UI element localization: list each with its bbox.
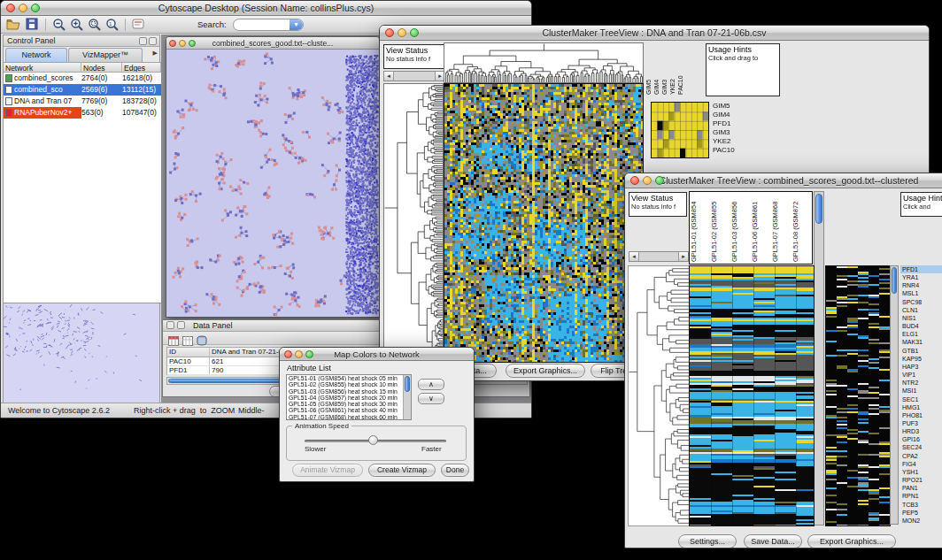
dna-heatmap[interactable]	[444, 83, 644, 363]
array-label[interactable]: PAC10	[677, 43, 685, 95]
gene-label[interactable]: PEP5	[900, 509, 942, 517]
network-overview-panel[interactable]	[4, 303, 161, 403]
gene-label[interactable]: HAP3	[900, 363, 942, 371]
gene-label[interactable]: GIM4	[713, 111, 757, 119]
gene-label[interactable]: BUD4	[900, 322, 942, 330]
scroll-right-icon[interactable]: ▸	[678, 252, 688, 261]
dna-selection-heatmap[interactable]	[651, 102, 709, 158]
zoom-selected-icon[interactable]	[88, 18, 102, 35]
settings-button[interactable]: Settings...	[678, 534, 737, 548]
dna-titlebar[interactable]: ClusterMaker TreeView : DNA and Tran 07-…	[380, 26, 929, 41]
network-table-row[interactable]: DNA and Tran 07 7769(0) 183728(0)	[4, 96, 161, 107]
maximize-icon[interactable]	[305, 350, 313, 358]
close-icon[interactable]	[169, 40, 176, 47]
tab-overflow-icon[interactable]: ▶	[153, 50, 158, 57]
gene-label[interactable]: CPA2	[900, 452, 942, 460]
array-label[interactable]: GPL51-01 (GSM854	[690, 192, 710, 264]
gene-label[interactable]: GTB1	[900, 347, 942, 355]
dialog-titlebar[interactable]: Map Colors to Network	[280, 348, 474, 361]
gene-label[interactable]: TCB3	[900, 501, 942, 509]
gene-label[interactable]: YRA1	[900, 273, 942, 281]
dna-tree-hscrollbar[interactable]: ◂ ▸	[383, 71, 445, 81]
close-panel-icon[interactable]	[177, 321, 185, 329]
gene-label[interactable]: PUF3	[900, 419, 942, 427]
zoom-out-icon[interactable]	[52, 18, 66, 35]
close-icon[interactable]	[6, 4, 15, 12]
gene-label[interactable]: VIP1	[900, 371, 942, 379]
minimize-icon[interactable]	[295, 350, 303, 358]
maximize-icon[interactable]	[410, 28, 419, 37]
attribute-list-item[interactable]: GPL51-07 (GSM868) heat shock 60 min	[287, 414, 403, 420]
array-label[interactable]: GPL51-02 (GSM855	[710, 192, 730, 264]
network-table-row[interactable]: combined_sco 2569(6) 13112(15)	[4, 84, 161, 96]
move-down-button[interactable]: ∨	[418, 393, 444, 404]
minimize-icon[interactable]	[643, 176, 652, 185]
network-view-canvas[interactable]	[166, 50, 379, 317]
close-icon[interactable]	[630, 176, 639, 185]
search-input[interactable]: ▾	[233, 19, 304, 31]
scroll-left-icon[interactable]: ◂	[384, 72, 394, 81]
column-nodes[interactable]: Nodes	[81, 63, 122, 72]
gene-label[interactable]: SPC98	[900, 298, 942, 306]
array-label[interactable]: GIM5	[645, 43, 653, 95]
network-overview-canvas[interactable]	[4, 303, 159, 403]
gene-label[interactable]: YSH1	[900, 468, 942, 476]
animate-vizmap-button[interactable]: Animate Vizmap	[292, 464, 363, 477]
search-dropdown-icon[interactable]: ▾	[290, 19, 303, 30]
dna-gene-dendrogram[interactable]	[383, 83, 444, 363]
attribute-list-item[interactable]: GPL51-06 (GSM861) heat shock 40 min	[287, 407, 403, 413]
attribute-list-item[interactable]: GPL51-02 (GSM855) heat shock 10 min	[287, 381, 403, 387]
maximize-icon[interactable]	[31, 4, 40, 12]
export-graphics-button[interactable]: Export Graphics...	[506, 364, 585, 378]
gene-label[interactable]: RPN1	[900, 492, 942, 500]
clear-table-icon[interactable]	[182, 334, 193, 343]
gene-label[interactable]: CLN1	[900, 306, 942, 314]
tab-network[interactable]: Network	[5, 48, 67, 62]
float-panel-icon[interactable]	[139, 37, 147, 45]
attribute-list-scrollbar[interactable]	[403, 375, 411, 419]
save-data-button[interactable]: Save Data...	[744, 534, 802, 548]
gene-label[interactable]: NIS1	[900, 314, 942, 322]
open-folder-icon[interactable]	[6, 18, 20, 34]
database-icon[interactable]	[197, 334, 207, 343]
column-id[interactable]: ID	[167, 348, 210, 357]
gene-label[interactable]: HMG1	[900, 403, 942, 411]
gene-label[interactable]: FIG4	[900, 460, 942, 468]
array-label[interactable]: GPL51-08 (GSM872	[791, 192, 812, 264]
gene-label[interactable]: SEC24	[900, 443, 942, 451]
gene-label[interactable]: GPI16	[900, 435, 942, 443]
combined-heatmap[interactable]	[689, 265, 815, 526]
create-vizmap-button[interactable]: Create Vizmap	[368, 464, 436, 477]
gene-label[interactable]: PHO81	[900, 411, 942, 419]
attribute-list-item[interactable]: GPL51-04 (GSM857) heat shock 20 min	[287, 395, 403, 401]
combined-selection-heatmap[interactable]	[825, 265, 891, 526]
scrollbar-thumb[interactable]	[815, 194, 822, 224]
array-label[interactable]: YKE2	[669, 43, 677, 95]
select-attributes-icon[interactable]	[168, 334, 179, 343]
float-panel-icon[interactable]	[166, 321, 174, 329]
annotation-icon[interactable]	[132, 18, 144, 34]
export-graphics-button[interactable]: Export Graphics...	[807, 534, 896, 548]
gene-label[interactable]: PAC10	[713, 146, 757, 155]
gene-label[interactable]: PFD1	[713, 119, 757, 128]
close-icon[interactable]	[385, 28, 394, 37]
array-label[interactable]: GPL51-06 (GSM861	[751, 192, 771, 264]
gene-label[interactable]: MAK31	[900, 338, 942, 346]
minimize-icon[interactable]	[179, 40, 186, 47]
close-panel-icon[interactable]	[149, 37, 157, 45]
combined-selection-vscrollbar[interactable]	[890, 265, 899, 525]
move-up-button[interactable]: ∧	[418, 379, 444, 390]
gene-label[interactable]: SEC1	[900, 395, 942, 403]
attribute-list[interactable]: GPL51-01 (GSM854) heat shock 05 minGPL51…	[286, 374, 412, 420]
network-table-row[interactable]: RNAPuberNov2+ 563(0) 107847(0)	[4, 107, 161, 119]
tab-vizmapper[interactable]: VizMapper™	[68, 48, 143, 62]
attribute-list-item[interactable]: GPL51-03 (GSM856) heat shock 15 min	[287, 388, 403, 395]
array-label[interactable]: GIM4	[653, 43, 661, 95]
scroll-left-icon[interactable]: ◂	[629, 252, 639, 261]
gene-label[interactable]: PAN1	[900, 484, 942, 492]
combined-titlebar[interactable]: ClusterMaker TreeView : combined_scores_…	[625, 173, 942, 188]
minimize-icon[interactable]	[398, 28, 406, 37]
close-icon[interactable]	[284, 350, 292, 358]
gene-label[interactable]: MON2	[900, 517, 942, 525]
gene-label[interactable]: GIM5	[713, 102, 757, 111]
